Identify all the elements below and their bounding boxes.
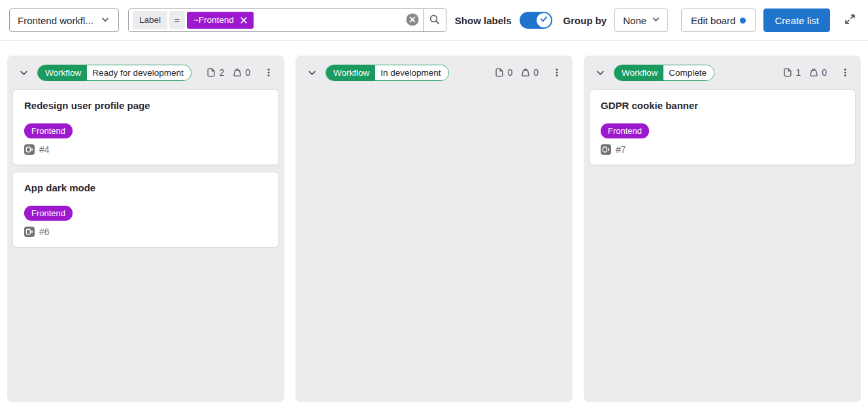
card-label-frontend[interactable]: Frontend [601,123,649,138]
board-lists: Workflow Ready for development 2 [0,41,868,414]
card-list: Redesign user profile page Frontend #4 A… [7,88,284,253]
issue-count: 1 [782,67,801,78]
column-menu-button[interactable] [548,63,566,82]
card-title: Redesign user profile page [24,99,267,112]
focus-mode-button[interactable] [841,11,859,29]
issue-count-value: 1 [795,67,801,78]
card-footer: #6 [24,227,267,237]
issues-icon [494,67,505,78]
column-menu-button[interactable] [259,63,278,82]
weight-count-value: 0 [245,67,250,78]
card-title: GDPR cookie banner [601,99,844,112]
label-scope: Workflow [614,65,663,80]
card-label-frontend[interactable]: Frontend [24,206,73,221]
filtered-search-bar[interactable]: Label = ~Frontend [128,8,446,32]
create-list-button[interactable]: Create list [763,8,830,32]
column-menu-button[interactable] [836,63,854,82]
weight-count-value: 0 [533,67,539,78]
weight-icon [232,67,242,78]
search-icon [429,14,441,27]
column-label[interactable]: Workflow Ready for development [37,65,192,81]
issues-icon [782,67,793,78]
issue-type-icon [24,227,35,237]
checkmark-icon [539,14,548,26]
label-scope: Workflow [38,65,87,80]
card-label-frontend[interactable]: Frontend [24,123,73,138]
board-toolbar: Frontend workfl... Label = ~Frontend [0,0,868,41]
create-list-label: Create list [775,15,819,26]
column-counts: 1 0 [782,67,827,78]
issue-count: 2 [206,67,224,78]
card-title: App dark mode [24,181,267,195]
filter-token-operator[interactable]: = [169,11,185,29]
board-card[interactable]: App dark mode Frontend #6 [12,172,279,247]
column-header: Workflow In development 0 0 [295,56,573,88]
board-column-in-development: Workflow In development 0 0 [295,56,573,402]
weight-count-value: 0 [822,67,827,78]
board-card[interactable]: Redesign user profile page Frontend #4 [12,89,279,165]
filter-token-value-label: ~Frontend [193,16,234,25]
weight-count: 0 [809,67,827,78]
edit-board-button[interactable]: Edit board [681,8,756,32]
board-column-ready-for-development: Workflow Ready for development 2 [7,56,284,402]
chevron-down-icon [100,14,110,27]
label-value: Ready for development [87,65,191,80]
issue-reference: #4 [39,144,50,155]
card-list: GDPR cookie banner Frontend #7 [584,88,861,170]
board-column-complete: Workflow Complete 1 0 [584,56,861,402]
filter-token-list: Label = ~Frontend [129,9,404,31]
card-footer: #7 [601,144,844,155]
group-by-label: Group by [563,15,607,26]
group-by-value: None [623,15,646,26]
collapse-column-button[interactable] [304,65,320,80]
group-by-dropdown[interactable]: None [614,8,668,32]
column-counts: 0 0 [494,67,539,78]
label-value: In development [375,65,448,80]
notification-dot-icon [740,18,746,24]
issue-count: 0 [494,67,512,78]
card-footer: #4 [24,144,267,155]
column-counts: 2 0 [206,67,250,78]
column-header: Workflow Complete 1 0 [584,56,861,88]
board-card[interactable]: GDPR cookie banner Frontend #7 [589,89,856,165]
collapse-column-button[interactable] [592,65,608,80]
close-icon[interactable] [239,16,248,25]
issue-type-icon [601,144,611,155]
issue-type-icon [24,144,35,155]
issue-reference: #7 [616,144,626,155]
issue-reference: #6 [39,227,50,237]
filter-token-key[interactable]: Label [133,11,167,29]
label-scope: Workflow [326,65,375,80]
board-switcher-label: Frontend workfl... [18,15,93,26]
collapse-column-button[interactable] [16,65,31,80]
issue-count-value: 0 [507,67,512,78]
column-header: Workflow Ready for development 2 [7,56,284,88]
column-label[interactable]: Workflow Complete [614,65,714,81]
filter-token-value[interactable]: ~Frontend [187,12,254,29]
edit-board-label: Edit board [691,15,735,26]
expand-icon [844,13,856,27]
issue-count-value: 2 [219,67,224,78]
toggle-knob [537,13,551,27]
show-labels-toggle[interactable] [520,12,552,29]
column-label[interactable]: Workflow In development [326,65,449,81]
issue-board-app: Frontend workfl... Label = ~Frontend [0,0,868,414]
card-list [295,88,573,95]
chevron-down-icon [651,14,661,26]
weight-count: 0 [232,67,250,78]
weight-icon [809,67,819,78]
clear-search-button[interactable] [404,12,421,29]
weight-icon [520,67,531,78]
issues-icon [206,67,216,78]
show-labels-label: Show labels [455,15,512,26]
weight-count: 0 [520,67,539,78]
label-value: Complete [663,65,714,80]
circle-x-icon [405,12,420,29]
search-button[interactable] [424,9,446,31]
board-switcher-dropdown[interactable]: Frontend workfl... [9,8,119,32]
